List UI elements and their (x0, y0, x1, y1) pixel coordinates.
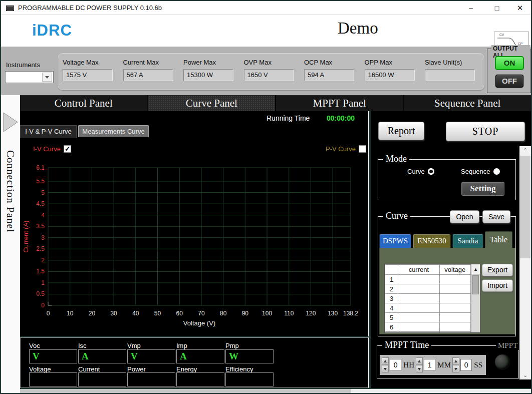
spin-down-icon[interactable] (382, 365, 389, 372)
instruments-bar: Instruments Voltage Max1575 VCurrent Max… (1, 47, 531, 95)
voltage-cell[interactable] (439, 303, 470, 313)
chevron-down-icon[interactable] (42, 73, 52, 82)
instruments-dropdown[interactable] (5, 71, 54, 83)
mppt-mm-label: MM (437, 361, 451, 369)
voltage-cell[interactable] (439, 284, 470, 294)
header: iDRC Demo 2019/06/26 16:33:00 CV CP CC V… (1, 15, 531, 47)
mppt-mm-value[interactable]: 1 (424, 359, 435, 371)
voltage-cell[interactable] (439, 294, 470, 303)
save-button[interactable]: Save (482, 210, 510, 223)
y-axis-title: Current (A) (22, 220, 30, 252)
row-index-cell: 6 (385, 322, 398, 332)
x-tick-label: 90 (242, 310, 249, 317)
x-tick-label: 110 (284, 310, 294, 317)
voltage-cell[interactable] (439, 313, 470, 322)
mode-option-sequence: Sequence (461, 168, 500, 175)
tab-control-panel[interactable]: Control Panel (20, 95, 147, 111)
voltage-cell[interactable] (439, 275, 470, 284)
x-tick-label: 30 (110, 310, 117, 317)
curve-tab-en50530[interactable]: EN50530 (413, 234, 451, 248)
table-row: 4 (385, 303, 471, 313)
subtab-measurements-curve[interactable]: Measurements Curve (78, 125, 149, 137)
y-tick-label: 2 (41, 257, 45, 264)
points-table-grid[interactable]: currentvoltage1234567 (385, 264, 471, 333)
connection-panel-sidebar[interactable]: Connection Panel (1, 95, 20, 393)
window-title: PROGRAMMABLE DC POWER SUPPLY 0.10.6b (18, 4, 162, 12)
spinner-ss (452, 357, 459, 372)
measurements-panel: VocVIscAVmpVImpAPmpWVoltageCurrentPowerE… (20, 337, 369, 388)
current-cell[interactable] (398, 332, 439, 333)
table-row: 1 (385, 275, 471, 284)
page-title: Demo (338, 19, 378, 38)
instrument-field-label: Power Max (183, 59, 239, 66)
voltage-cell[interactable] (439, 332, 470, 333)
export-button[interactable]: Export (482, 264, 513, 276)
instrument-field-ocp-max: OCP Max594 A (304, 59, 360, 81)
scroll-thumb[interactable] (520, 156, 530, 258)
current-cell[interactable] (398, 303, 439, 313)
x-tick-label: 120 (306, 310, 316, 317)
instrument-field-opp-max: OPP Max16500 W (365, 59, 421, 81)
spin-up-icon[interactable] (416, 357, 423, 365)
column-header-voltage[interactable]: voltage (439, 265, 470, 275)
table-row: 2 (385, 284, 471, 294)
mppt-ss-value[interactable]: 0 (460, 359, 472, 371)
table-row: 6 (385, 322, 471, 332)
curve-tab-table[interactable]: Table (485, 231, 512, 248)
scroll-down-icon[interactable]: ⌄ (519, 371, 531, 379)
mppt-hh-value[interactable]: 0 (390, 359, 401, 371)
output-on-button[interactable]: ON (495, 56, 524, 70)
tab-sequence-panel[interactable]: Sequence Panel (404, 95, 531, 111)
report-button[interactable]: Report (378, 122, 424, 140)
spin-down-icon[interactable] (452, 365, 459, 372)
current-cell[interactable] (398, 284, 439, 294)
table-scrollbar[interactable]: ▲ (471, 264, 480, 332)
mode-radio-sequence[interactable] (493, 168, 500, 175)
output-off-button[interactable]: OFF (495, 74, 524, 88)
mppt-hh-label: HH (403, 361, 414, 369)
y-tick-label: 5.5 (36, 178, 45, 185)
current-cell[interactable] (398, 275, 439, 284)
y-tick-label: 0.5 (36, 290, 45, 297)
open-button[interactable]: Open (450, 210, 479, 223)
current-cell[interactable] (398, 322, 439, 332)
column-header-current[interactable]: current (398, 265, 439, 275)
iv-curve-checkbox[interactable] (64, 145, 71, 153)
current-cell[interactable] (398, 313, 439, 322)
import-button[interactable]: Import (482, 279, 513, 292)
horizontal-scroll-thumb[interactable] (20, 389, 351, 393)
x-tick-label: 80 (220, 310, 227, 317)
voltage-cell[interactable] (439, 322, 470, 332)
y-tick-label: 4 (41, 212, 45, 219)
iv-curve-checkbox-row: I-V Curve (33, 145, 71, 153)
spin-down-icon[interactable] (416, 365, 423, 372)
measure-label-voltage: Voltage (29, 365, 51, 373)
table-scroll-up-icon[interactable]: ▲ (471, 264, 480, 274)
curve-tab-dspws[interactable]: DSPWS (379, 234, 411, 248)
mode-group: Mode CurveSequence Setting (378, 159, 516, 200)
current-cell[interactable] (398, 294, 439, 303)
curve-tab-sandia[interactable]: Sandia (452, 234, 483, 248)
measure-label-power: Power (127, 365, 146, 373)
horizontal-scrollbar[interactable] (20, 389, 531, 393)
instrument-field-label: OPP Max (365, 59, 421, 66)
tab-mppt-panel[interactable]: MPPT Panel (276, 95, 403, 111)
spin-up-icon[interactable] (452, 357, 459, 365)
points-table[interactable]: currentvoltage1234567 ▲ (384, 264, 480, 333)
table-scroll-thumb[interactable] (472, 275, 479, 294)
close-button[interactable]: ✕ (509, 1, 531, 15)
right-panel-scrollbar[interactable]: ⌃ ⌄ (519, 146, 531, 379)
expand-arrow-icon[interactable] (2, 111, 19, 133)
setting-button[interactable]: Setting (461, 182, 504, 196)
minimize-button[interactable]: – (460, 1, 482, 15)
mode-radio-curve[interactable] (428, 168, 434, 175)
spin-up-icon[interactable] (382, 357, 389, 365)
maximize-button[interactable]: □ (486, 1, 508, 15)
tab-curve-panel[interactable]: Curve Panel (148, 95, 276, 111)
pv-curve-checkbox[interactable] (359, 145, 366, 153)
scroll-up-icon[interactable]: ⌃ (519, 146, 531, 155)
stop-button[interactable]: STOP (446, 122, 525, 141)
subtab-i-v-p-v-curve[interactable]: I-V & P-V Curve (20, 125, 77, 138)
measure-label-current: Current (78, 365, 100, 373)
running-time-value: 00:00:00 (327, 114, 355, 122)
